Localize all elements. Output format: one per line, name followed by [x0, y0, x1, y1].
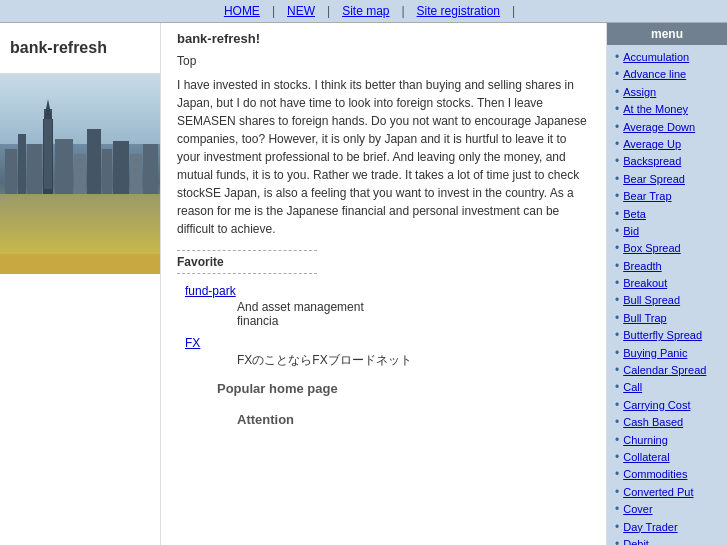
nav-sitereg-link[interactable]: Site registration — [405, 4, 512, 18]
svg-rect-1 — [18, 134, 26, 199]
menu-link-box-spread[interactable]: Box Spread — [623, 241, 680, 256]
menu-item: Bid — [615, 223, 723, 240]
menu-link-bid[interactable]: Bid — [623, 224, 639, 239]
svg-rect-7 — [74, 154, 86, 199]
svg-rect-9 — [102, 149, 112, 199]
nav-sep-4: | — [512, 4, 515, 18]
menu-item: Debit — [615, 536, 723, 545]
menu-item: Butterfly Spread — [615, 327, 723, 344]
menu-item: Day Trader — [615, 519, 723, 536]
menu-item: Bear Trap — [615, 188, 723, 205]
attention-label: Attention — [237, 412, 590, 427]
fund-park-desc-2: financia — [237, 314, 278, 328]
menu-item: Bull Spread — [615, 292, 723, 309]
menu-item: Assign — [615, 84, 723, 101]
menu-item: Backspread — [615, 153, 723, 170]
menu-link-advance-line[interactable]: Advance line — [623, 67, 686, 82]
menu-link-cash-based[interactable]: Cash Based — [623, 415, 683, 430]
ground-bg — [0, 194, 160, 254]
divider-1 — [177, 250, 317, 251]
fund-park-link[interactable]: fund-park — [185, 284, 590, 298]
menu-link-collateral[interactable]: Collateral — [623, 450, 669, 465]
menu-link-day-trader[interactable]: Day Trader — [623, 520, 677, 535]
outer-layout: bank-refresh — [0, 23, 727, 545]
hero-image — [0, 74, 160, 254]
svg-rect-2 — [27, 144, 42, 199]
fx-link[interactable]: FX — [185, 336, 590, 350]
menu-item: Average Down — [615, 119, 723, 136]
menu-item: Carrying Cost — [615, 397, 723, 414]
menu-link-assign[interactable]: Assign — [623, 85, 656, 100]
nav-home-link[interactable]: HOME — [212, 4, 272, 18]
menu-link-churning[interactable]: Churning — [623, 433, 668, 448]
right-sidebar: menu AccumulationAdvance lineAssignAt th… — [607, 23, 727, 545]
svg-rect-4 — [44, 109, 52, 189]
fund-park-desc: And asset management financia — [237, 300, 590, 328]
menu-link-average-up[interactable]: Average Up — [623, 137, 681, 152]
nav-new-link[interactable]: NEW — [275, 4, 327, 18]
menu-header: menu — [607, 23, 727, 45]
menu-item: Commodities — [615, 466, 723, 483]
site-title: bank-refresh — [0, 23, 160, 74]
menu-link-beta[interactable]: Beta — [623, 207, 646, 222]
svg-rect-6 — [55, 139, 73, 199]
menu-item: Call — [615, 379, 723, 396]
menu-link-accumulation[interactable]: Accumulation — [623, 50, 689, 65]
menu-link-bull-spread[interactable]: Bull Spread — [623, 293, 680, 308]
menu-link-cover[interactable]: Cover — [623, 502, 652, 517]
menu-link-calendar-spread[interactable]: Calendar Spread — [623, 363, 706, 378]
menu-link-bear-trap[interactable]: Bear Trap — [623, 189, 671, 204]
page-heading: bank-refresh! — [177, 31, 590, 46]
menu-link-call[interactable]: Call — [623, 380, 642, 395]
svg-rect-8 — [87, 129, 101, 199]
menu-item: Cash Based — [615, 414, 723, 431]
left-sidebar: bank-refresh — [0, 23, 160, 545]
menu-item: Calendar Spread — [615, 362, 723, 379]
favorite-label: Favorite — [177, 255, 590, 269]
popular-home-label: Popular home page — [217, 381, 590, 396]
menu-link-breakout[interactable]: Breakout — [623, 276, 667, 291]
links-section: fund-park And asset management financia … — [177, 284, 590, 369]
city-skyline — [0, 99, 160, 199]
top-navigation: HOME | NEW | Site map | Site registratio… — [0, 0, 727, 23]
gold-bar — [0, 254, 160, 274]
divider-2 — [177, 273, 317, 274]
menu-item: Breadth — [615, 258, 723, 275]
menu-item: Cover — [615, 501, 723, 518]
menu-item: Collateral — [615, 449, 723, 466]
menu-link-converted-put[interactable]: Converted Put — [623, 485, 693, 500]
fx-desc: FXのことならFXブロードネット — [237, 352, 590, 369]
menu-link-breadth[interactable]: Breadth — [623, 259, 662, 274]
menu-link-at-the-money[interactable]: At the Money — [623, 102, 688, 117]
menu-link-average-down[interactable]: Average Down — [623, 120, 695, 135]
svg-rect-11 — [130, 154, 142, 199]
menu-list: AccumulationAdvance lineAssignAt the Mon… — [607, 45, 727, 545]
svg-rect-12 — [143, 144, 158, 199]
top-label: Top — [177, 54, 590, 68]
menu-item: Churning — [615, 432, 723, 449]
menu-item: Bull Trap — [615, 310, 723, 327]
main-content: bank-refresh! Top I have invested in sto… — [160, 23, 607, 545]
menu-link-commodities[interactable]: Commodities — [623, 467, 687, 482]
menu-item: Beta — [615, 206, 723, 223]
menu-link-bull-trap[interactable]: Bull Trap — [623, 311, 666, 326]
menu-item: Advance line — [615, 66, 723, 83]
menu-item: Converted Put — [615, 484, 723, 501]
menu-link-debit[interactable]: Debit — [623, 537, 649, 545]
menu-item: Bear Spread — [615, 171, 723, 188]
menu-link-butterfly-spread[interactable]: Butterfly Spread — [623, 328, 702, 343]
nav-sitemap-link[interactable]: Site map — [330, 4, 401, 18]
article-text: I have invested in stocks. I think its b… — [177, 76, 590, 238]
menu-item: Buying Panic — [615, 345, 723, 362]
menu-item: At the Money — [615, 101, 723, 118]
menu-item: Box Spread — [615, 240, 723, 257]
menu-link-backspread[interactable]: Backspread — [623, 154, 681, 169]
menu-link-buying-panic[interactable]: Buying Panic — [623, 346, 687, 361]
menu-link-bear-spread[interactable]: Bear Spread — [623, 172, 685, 187]
svg-rect-10 — [113, 141, 129, 199]
menu-item: Average Up — [615, 136, 723, 153]
menu-link-carrying-cost[interactable]: Carrying Cost — [623, 398, 690, 413]
svg-rect-0 — [5, 149, 17, 199]
menu-item: Breakout — [615, 275, 723, 292]
fund-park-desc-1: And asset management — [237, 300, 364, 314]
